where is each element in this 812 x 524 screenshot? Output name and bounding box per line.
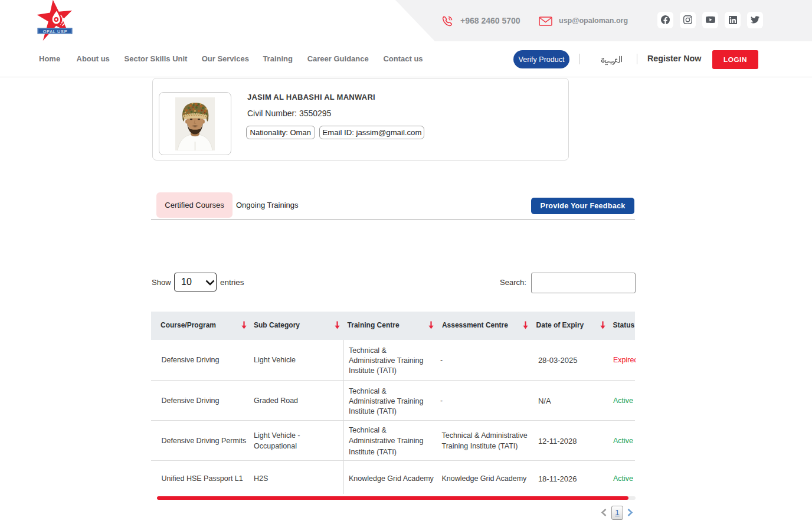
svg-text:OPAL USP: OPAL USP (43, 29, 68, 34)
